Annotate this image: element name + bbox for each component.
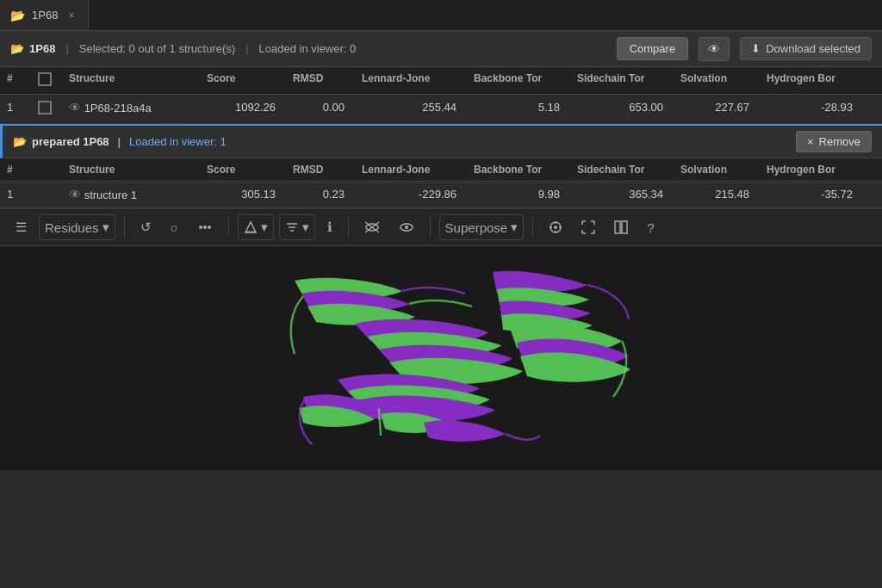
row1-hydrogen: -28.93: [760, 95, 863, 123]
row2-num: 1: [0, 182, 31, 207]
col-checkbox-1: [31, 67, 62, 94]
row2-structure: 👁 structure 1: [62, 182, 200, 207]
tab-label: 1P68: [32, 9, 58, 22]
select-all-checkbox[interactable]: [38, 72, 52, 86]
section2-sep: |: [118, 135, 121, 148]
hide-button[interactable]: [357, 217, 387, 238]
row1-score: 1092.26: [200, 95, 286, 123]
svg-rect-16: [615, 221, 620, 233]
col2-hydrogen: Hydrogen Bor: [760, 158, 863, 181]
row1-visibility-icon[interactable]: 👁: [69, 101, 81, 115]
superpose-dropdown[interactable]: Superpose ▾: [439, 214, 525, 240]
help-button[interactable]: ?: [640, 216, 661, 239]
table2-section: # Structure Score RMSD Lennard-Jone Back…: [0, 158, 882, 208]
table-row[interactable]: 1 👁 structure 1 305.13 0.23 -229.86 9.98…: [0, 182, 882, 208]
loaded-status: Loaded in viewer: 0: [259, 42, 357, 55]
svg-point-0: [199, 226, 202, 229]
col2-backbone: Backbone Tor: [467, 158, 570, 181]
row1-checkbox[interactable]: [31, 95, 62, 123]
protein-visualization: [252, 246, 630, 470]
table-row[interactable]: 1 👁 1P68-218a4a 1092.26 0.00 255.44 5.18…: [0, 95, 882, 124]
col2-structure: Structure: [62, 158, 200, 181]
row2-hydrogen: -35.72: [760, 182, 863, 207]
residues-dropdown-arrow: ▾: [102, 220, 109, 235]
show-button[interactable]: [392, 218, 421, 237]
svg-point-1: [203, 226, 207, 229]
col-lennard-1: Lennard-Jone: [355, 67, 467, 94]
separator-2: |: [245, 42, 248, 55]
toolbar-sep-1: [124, 217, 125, 238]
row1-eye[interactable]: 👁 1P68-218a4a: [62, 95, 200, 123]
table1-section: # Structure Score RMSD Lennard-Jone Back…: [0, 67, 882, 124]
row1-select-checkbox[interactable]: [38, 101, 52, 115]
more-button[interactable]: [190, 215, 220, 239]
col-rmsd-1: RMSD: [286, 67, 355, 94]
select-button[interactable]: ○: [164, 216, 185, 239]
tab-close-button[interactable]: ×: [65, 8, 78, 23]
svg-rect-3: [245, 231, 256, 233]
row2-score: 305.13: [200, 182, 286, 207]
residues-dropdown[interactable]: Residues ▾: [39, 214, 115, 240]
section2-folder-label: 📂 prepared 1P68: [13, 135, 109, 148]
toolbar-sep-2: [228, 217, 229, 238]
toolbar-sep-5: [532, 217, 533, 238]
separator-1: |: [65, 42, 68, 55]
row1-num: 1: [0, 95, 31, 123]
col-structure-1: Structure: [62, 67, 200, 94]
hide-icon: [364, 221, 380, 233]
col-score-1: Score: [200, 67, 286, 94]
split-icon: [614, 220, 628, 234]
svg-point-9: [405, 226, 408, 229]
target-button[interactable]: [542, 216, 569, 238]
compare-button[interactable]: Compare: [617, 37, 688, 60]
col2-num: #: [0, 158, 31, 181]
col2-lennard: Lennard-Jone: [355, 158, 467, 181]
split-button[interactable]: [607, 216, 635, 238]
svg-rect-17: [622, 221, 627, 233]
row2-rmsd: 0.23: [286, 182, 355, 207]
folder-label-1p68: 📂 1P68: [10, 42, 55, 55]
dots-icon: [197, 220, 213, 235]
rotate-button[interactable]: ↺: [134, 215, 158, 239]
col2-rmsd: RMSD: [286, 158, 355, 181]
row2-lennard: -229.86: [355, 182, 467, 207]
viewer-toolbar: ☰ Residues ▾ ↺ ○ ▾ ▾ ℹ: [0, 208, 882, 246]
row1-sidechain: 653.00: [570, 95, 674, 123]
selected-status: Selected: 0 out of 1 structure(s): [79, 42, 235, 55]
col-solvation-1: Solvation: [674, 67, 760, 94]
col2-score: Score: [200, 158, 286, 181]
show-icon: [399, 222, 414, 232]
download-icon: ⬇: [751, 42, 761, 55]
superpose-label: Superpose: [445, 220, 508, 235]
col-hydrogen-1: Hydrogen Bor: [760, 67, 863, 94]
svg-point-11: [554, 226, 557, 229]
menu-button[interactable]: ☰: [9, 215, 34, 239]
target-icon: [549, 220, 562, 234]
remove-icon: ×: [807, 135, 814, 148]
molecular-viewer[interactable]: [0, 246, 882, 470]
row2-sidechain: 365.34: [570, 182, 674, 207]
table1-header: # Structure Score RMSD Lennard-Jone Back…: [0, 67, 882, 95]
tab-1p68[interactable]: 📂 1P68 ×: [0, 0, 89, 30]
row1-lennard: 255.44: [355, 95, 467, 123]
toolbar-sep-4: [430, 217, 431, 238]
filter-icon: [285, 220, 299, 234]
row2-empty: [31, 182, 62, 207]
remove-button[interactable]: × Remove: [796, 131, 872, 152]
paint-icon: [244, 220, 258, 234]
row2-visibility-icon[interactable]: 👁: [69, 188, 81, 201]
fullscreen-button[interactable]: [575, 216, 602, 238]
download-selected-button[interactable]: ⬇ Download selected: [740, 37, 872, 60]
info-bar: 📂 1P68 | Selected: 0 out of 1 structure(…: [0, 31, 882, 67]
col2-check: [31, 158, 62, 181]
section2-header: 📂 prepared 1P68 | Loaded in viewer: 1 × …: [0, 124, 882, 158]
col2-sidechain: Sidechain Tor: [570, 158, 674, 181]
eye-button[interactable]: 👁: [699, 37, 730, 61]
col2-solvation: Solvation: [674, 158, 760, 181]
filter-dropdown[interactable]: ▾: [279, 214, 315, 240]
row1-rmsd: 0.00: [286, 95, 355, 123]
info-button[interactable]: ℹ: [320, 215, 339, 239]
loaded-in-viewer-link[interactable]: Loaded in viewer: 1: [129, 135, 227, 148]
row2-backbone: 9.98: [467, 182, 570, 207]
paint-dropdown[interactable]: ▾: [238, 214, 274, 240]
